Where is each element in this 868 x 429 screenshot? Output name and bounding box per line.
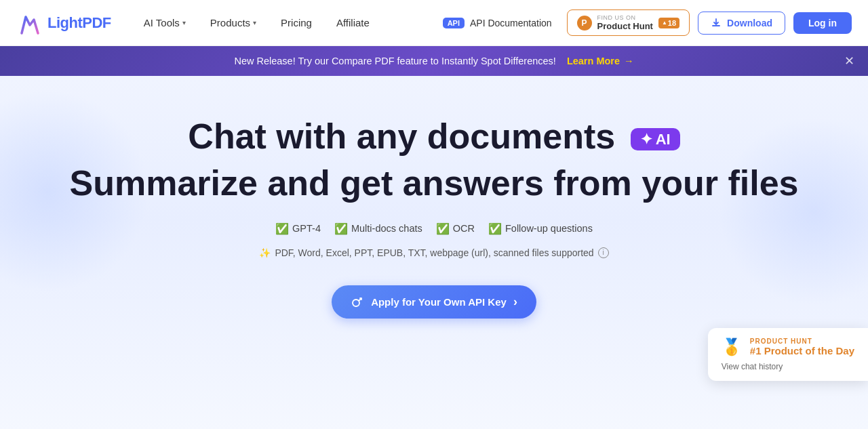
logo-pdf: PDF: [82, 14, 111, 31]
svg-point-0: [353, 300, 359, 306]
banner-close-button[interactable]: ✕: [844, 54, 854, 68]
api-doc-label: API Documentation: [470, 18, 552, 28]
check-icon: ✅: [275, 222, 289, 235]
chevron-down-icon: ▾: [253, 19, 256, 26]
logo-icon: [16, 10, 42, 36]
ph-card-text: PRODUCT HUNT #1 Product of the Day: [750, 338, 854, 356]
logo[interactable]: LightPDF: [16, 10, 111, 36]
product-hunt-text: FIND US ON Product Hunt: [597, 14, 653, 31]
chevron-down-icon: ▾: [182, 19, 186, 26]
medal-icon: 🥇: [722, 338, 742, 356]
banner-learn-more-link[interactable]: Learn More →: [567, 56, 634, 66]
check-icon: ✅: [334, 222, 348, 235]
product-hunt-count: ▲ 18: [658, 18, 679, 28]
hero-section: Chat with any documents ✦ AI Summarize a…: [0, 76, 868, 429]
check-icon: ✅: [488, 222, 502, 235]
key-icon: [351, 295, 364, 308]
formats-text: PDF, Word, Excel, PPT, EPUB, TXT, webpag…: [275, 247, 593, 258]
ph-card-label: PRODUCT HUNT: [750, 338, 854, 345]
nav-item-products[interactable]: Products ▾: [199, 12, 267, 34]
announcement-banner: New Release! Try our Compare PDF feature…: [0, 46, 868, 76]
hero-title-line1: Chat with any documents ✦ AI: [188, 117, 679, 157]
ph-card-title: #1 Product of the Day: [750, 345, 854, 356]
product-hunt-card: 🥇 PRODUCT HUNT #1 Product of the Day Vie…: [708, 328, 868, 381]
api-badge: API: [443, 18, 465, 28]
hero-title-line2: Summarize and get answers from your file…: [70, 163, 799, 203]
apply-api-key-button[interactable]: Apply for Your Own API Key ›: [332, 285, 536, 319]
product-hunt-button[interactable]: P FIND US ON Product Hunt ▲ 18: [567, 9, 690, 36]
nav-right: API API Documentation P FIND US ON Produ…: [436, 9, 852, 36]
nav-item-affiliate[interactable]: Affiliate: [326, 12, 380, 34]
api-documentation-link[interactable]: API API Documentation: [436, 14, 559, 33]
feature-followup: ✅ Follow-up questions: [488, 222, 593, 235]
feature-ocr: ✅ OCR: [436, 222, 475, 235]
logo-text: LightPDF: [47, 14, 111, 32]
download-button[interactable]: Download: [698, 12, 785, 35]
check-icon: ✅: [436, 222, 450, 235]
hero-formats: ✨ PDF, Word, Excel, PPT, EPUB, TXT, webp…: [259, 247, 608, 258]
nav-item-pricing[interactable]: Pricing: [270, 12, 323, 34]
banner-text: New Release! Try our Compare PDF feature…: [234, 56, 555, 66]
nav-links: AI Tools ▾ Products ▾ Pricing Affiliate: [133, 12, 436, 34]
nav-item-ai-tools[interactable]: AI Tools ▾: [133, 12, 197, 34]
product-hunt-icon: P: [577, 16, 592, 30]
info-icon[interactable]: i: [598, 247, 609, 258]
download-icon: [711, 18, 722, 28]
logo-light: Light: [47, 14, 82, 31]
ph-card-header: 🥇 PRODUCT HUNT #1 Product of the Day: [722, 338, 854, 356]
feature-multidocs: ✅ Multi-docs chats: [334, 222, 422, 235]
ai-badge: ✦ AI: [631, 128, 680, 150]
feature-gpt4: ✅ GPT-4: [275, 222, 321, 235]
ph-card-link[interactable]: View chat history: [722, 362, 854, 371]
hero-features: ✅ GPT-4 ✅ Multi-docs chats ✅ OCR ✅ Follo…: [275, 222, 593, 235]
navbar: LightPDF AI Tools ▾ Products ▾ Pricing A…: [0, 0, 868, 46]
sparkle-icon: ✨: [259, 247, 271, 258]
login-button[interactable]: Log in: [793, 12, 852, 34]
